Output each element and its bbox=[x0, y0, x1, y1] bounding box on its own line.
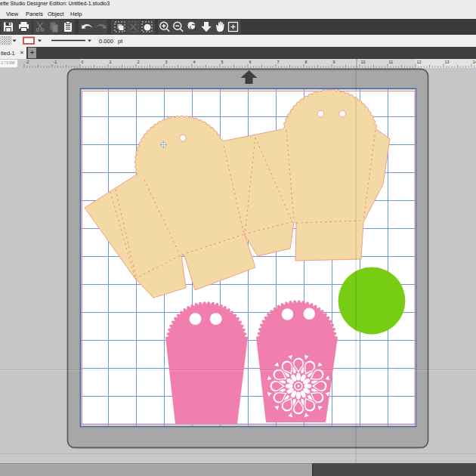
svg-text:pt: pt bbox=[118, 38, 123, 45]
svg-text:9: 9 bbox=[333, 60, 335, 64]
svg-text:12: 12 bbox=[417, 60, 422, 64]
svg-text:6: 6 bbox=[249, 60, 252, 64]
svg-text:14: 14 bbox=[473, 60, 476, 64]
svg-text:7: 7 bbox=[277, 60, 280, 64]
svg-text:2: 2 bbox=[138, 60, 140, 64]
svg-text:4: 4 bbox=[193, 60, 196, 64]
svg-text:5: 5 bbox=[221, 60, 224, 64]
svg-text:8: 8 bbox=[305, 60, 308, 64]
svg-text:-1: -1 bbox=[54, 60, 57, 64]
svg-text:13: 13 bbox=[445, 60, 450, 64]
svg-text:3: 3 bbox=[165, 60, 168, 64]
svg-text:10: 10 bbox=[361, 60, 366, 64]
svg-text:0.000: 0.000 bbox=[99, 38, 113, 45]
svg-text:11: 11 bbox=[389, 60, 394, 64]
svg-text:1: 1 bbox=[110, 60, 112, 64]
svg-text:-2: -2 bbox=[26, 60, 29, 64]
svg-text:0: 0 bbox=[82, 60, 84, 64]
